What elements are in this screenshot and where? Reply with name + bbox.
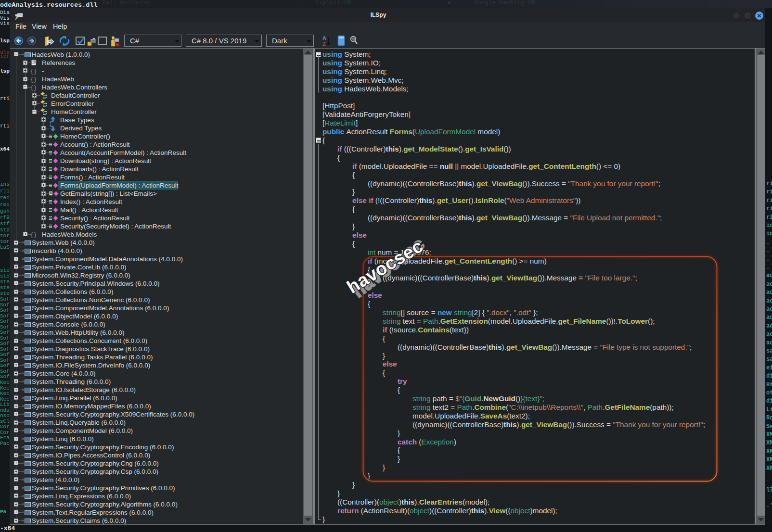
svg-text:A: A bbox=[322, 35, 326, 41]
svg-text:Z: Z bbox=[322, 41, 326, 47]
